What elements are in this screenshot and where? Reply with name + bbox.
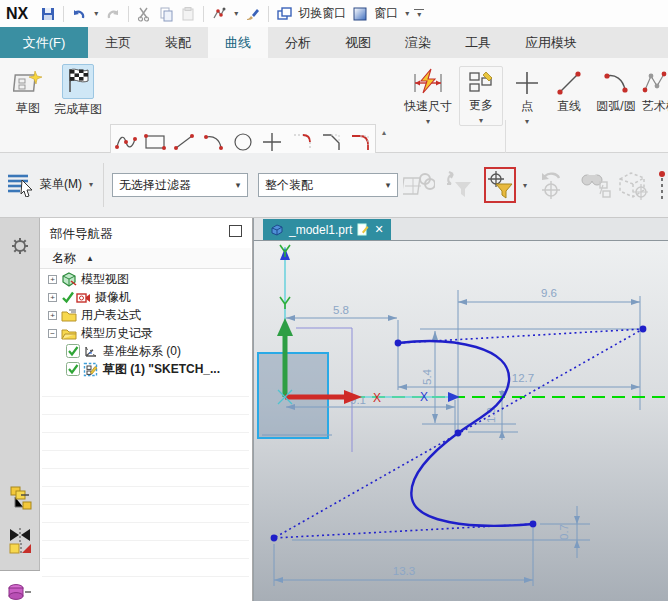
selection-filter-combo[interactable]: 无选择过滤器 ▾	[112, 173, 248, 197]
checkbox-checked-icon[interactable]	[66, 362, 80, 376]
undo-dropdown[interactable]: ▾	[91, 9, 101, 18]
collapser-icon[interactable]: −	[48, 329, 57, 338]
title-bar: NX ▾ ▾ 切换窗口	[0, 0, 668, 27]
snap-point-button[interactable]	[209, 4, 229, 24]
window-button[interactable]	[350, 4, 370, 24]
chamfer-icon	[319, 131, 343, 153]
navigator-column-header[interactable]: 名称 ▲	[40, 248, 251, 269]
arc-circle-button[interactable]: 圆弧/圆	[592, 70, 640, 115]
tree-item-cameras[interactable]: + 摄像机	[40, 288, 251, 306]
datum-point-button[interactable]	[652, 167, 668, 203]
part-navigator-button[interactable]	[0, 570, 40, 601]
gallery-up-arrow[interactable]: ▴	[382, 128, 386, 137]
expander-icon[interactable]: +	[48, 293, 57, 302]
tree-item-label: 模型视图	[81, 271, 129, 288]
spline-point-3[interactable]	[455, 430, 462, 437]
window-dropdown[interactable]: ▾	[402, 9, 412, 18]
show-hide-button[interactable]	[614, 167, 648, 203]
spline-point-start[interactable]	[395, 340, 402, 347]
sketch-button[interactable]: 草图	[8, 68, 48, 117]
expander-icon[interactable]: +	[48, 311, 57, 320]
menu-button[interactable]: 菜单(M) ▾	[6, 171, 96, 197]
dashed-line-point-icon	[654, 169, 668, 201]
tab-tools[interactable]: 工具	[448, 27, 508, 58]
resource-bar-settings-button[interactable]	[0, 230, 39, 262]
customize-quick-access-dropdown[interactable]: ▾	[414, 9, 424, 19]
paste-icon	[180, 6, 196, 22]
switch-window-button[interactable]	[274, 4, 294, 24]
close-tab-button[interactable]: ✕	[374, 223, 383, 236]
tab-application[interactable]: 应用模块	[508, 27, 594, 58]
reset-orientation-button[interactable]	[534, 167, 568, 203]
undo-crosshair-icon	[535, 170, 567, 200]
rapid-dimension-label: 快速尺寸	[404, 98, 452, 115]
more-dropdown[interactable]: ▾	[476, 116, 486, 125]
tab-assemblies[interactable]: 装配	[148, 27, 208, 58]
tree-item-sketch[interactable]: 草图 (1) "SKETCH_...	[40, 360, 251, 378]
expander-icon[interactable]: +	[48, 275, 57, 284]
finish-flag-icon	[64, 66, 92, 94]
constraint-navigator-button[interactable]	[0, 518, 39, 564]
tab-curve[interactable]: 曲线	[208, 27, 268, 58]
point-dropdown[interactable]: ▾	[522, 117, 532, 126]
interior-selection-button[interactable]	[442, 167, 476, 203]
snap-point-filter-button[interactable]	[484, 167, 516, 203]
save-button[interactable]	[38, 4, 58, 24]
paste-button[interactable]	[178, 4, 198, 24]
tab-view[interactable]: 视图	[328, 27, 388, 58]
dimension-9-6[interactable]: 9.6	[541, 287, 557, 299]
assembly-navigator-button[interactable]	[0, 476, 39, 522]
line-button[interactable]: 直线	[549, 70, 589, 115]
undo-button[interactable]	[69, 4, 89, 24]
tab-analysis[interactable]: 分析	[268, 27, 328, 58]
more-button[interactable]: 更多 ▾	[459, 66, 503, 126]
tree-item-label: 基准坐标系 (0)	[103, 343, 181, 360]
ribbon-tab-bar: 文件(F) 主页 装配 曲线 分析 视图 渲染 工具 应用模块	[0, 27, 668, 58]
x-axis-label-blue: X	[420, 390, 428, 404]
tab-home[interactable]: 主页	[88, 27, 148, 58]
spline-point-end[interactable]	[530, 521, 537, 528]
empty-row-line	[42, 522, 249, 523]
window-label[interactable]: 窗口	[374, 5, 398, 22]
studio-spline-curve[interactable]	[398, 341, 533, 526]
point-button[interactable]: 点 ▾	[510, 70, 544, 126]
part-tab[interactable]: _model1.prt ✕	[263, 219, 391, 240]
dimension-13-3[interactable]: 13.3	[393, 565, 415, 577]
brush-button[interactable]	[243, 4, 263, 24]
selection-scope-combo[interactable]: 整个装配 ▾	[258, 173, 398, 197]
spline-point-4[interactable]	[271, 535, 278, 542]
highlight-related-button[interactable]	[402, 167, 436, 203]
panel-float-button[interactable]	[229, 225, 242, 237]
selection-filter-dropdown[interactable]: ▾	[229, 180, 247, 190]
history-folder-icon	[61, 326, 77, 341]
finish-sketch-button[interactable]: 完成草图	[52, 64, 104, 118]
part-icon	[270, 223, 284, 236]
tree-item-model-views[interactable]: + 模型视图	[40, 270, 251, 288]
sketch-canvas[interactable]: 5.8 9.6 12.7 5.4 9.1 1.9 0.7 13.3	[253, 240, 668, 601]
rapid-dimension-button[interactable]: 快速尺寸 ▾	[400, 68, 456, 126]
studio-spline-button[interactable]: 艺术样条	[642, 70, 668, 115]
tab-render[interactable]: 渲染	[388, 27, 448, 58]
find-component-button[interactable]	[578, 167, 612, 203]
selection-scope-dropdown[interactable]: ▾	[379, 180, 397, 190]
snap-point-dropdown2[interactable]: ▾	[520, 181, 530, 190]
tree-item-user-expressions[interactable]: + 用户表达式	[40, 306, 251, 324]
spline-point-2[interactable]	[640, 326, 647, 333]
cut-button[interactable]	[134, 4, 154, 24]
dimension-0-7[interactable]: 0.7	[558, 524, 570, 540]
dimension-12-7[interactable]: 12.7	[512, 372, 534, 384]
checkbox-checked-icon[interactable]	[66, 344, 80, 358]
copy-button[interactable]	[156, 4, 176, 24]
dashed-cube-icon	[614, 169, 648, 201]
tab-file[interactable]: 文件(F)	[0, 27, 88, 58]
dimension-5-8[interactable]: 5.8	[333, 304, 349, 316]
dimension-5-4[interactable]: 5.4	[421, 368, 433, 385]
redo-button[interactable]	[103, 4, 123, 24]
tree-item-model-history[interactable]: − 模型历史记录	[40, 324, 251, 342]
model-views-icon	[61, 272, 77, 287]
snap-point-dropdown[interactable]: ▾	[231, 9, 241, 18]
rapid-dimension-dropdown[interactable]: ▾	[423, 117, 433, 126]
switch-window-label[interactable]: 切换窗口	[298, 5, 346, 22]
tree-item-datum-csys[interactable]: 基准坐标系 (0)	[40, 342, 251, 360]
separator	[128, 6, 129, 22]
